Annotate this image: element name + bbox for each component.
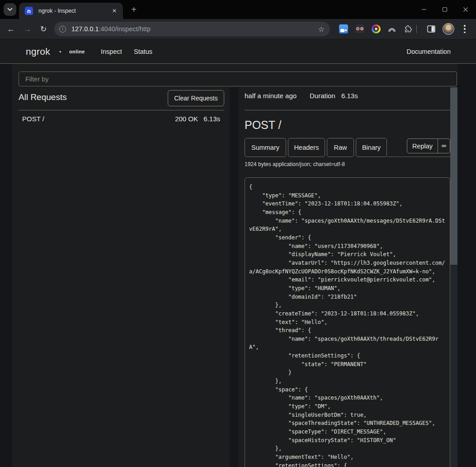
detail-tabs: Summary Headers Raw Binary: [245, 138, 387, 157]
response-body-box: { "type": "MESSAGE", "eventTime": "2023-…: [245, 177, 450, 467]
browser-toolbar: ← → ↻ i 127.0.0.1:4040/inspect/http ☆: [0, 19, 476, 39]
online-status-badge: online: [69, 49, 85, 54]
url-text[interactable]: 127.0.0.1:4040/inspect/http: [71, 25, 318, 33]
requests-title: All Requests: [19, 92, 67, 102]
panel-gutter: [230, 87, 238, 467]
duration-value: 6.13s: [341, 92, 358, 100]
ngrok-header: ngrok • online Inspect Status Documentat…: [0, 39, 476, 64]
bookmark-star-icon[interactable]: ☆: [318, 25, 325, 33]
tab-title: ngrok - Inspect: [38, 8, 110, 14]
request-method-path: POST /: [22, 115, 44, 123]
nav-inspect-link[interactable]: Inspect: [101, 48, 122, 55]
url-path: :4040/inspect/http: [99, 25, 150, 33]
nav-status-link[interactable]: Status: [134, 48, 152, 55]
side-panel-icon[interactable]: [427, 25, 435, 33]
requests-panel: All Requests Clear Requests POST / 200 O…: [19, 87, 224, 467]
tabs-baseline: [387, 157, 450, 157]
replay-button-group: Replay: [407, 138, 450, 153]
request-title: POST /: [245, 119, 282, 132]
request-detail-panel: half a minute ago Duration 6.13s POST / …: [245, 87, 450, 467]
toolbar-separator: [416, 25, 417, 33]
browser-menu-button[interactable]: [463, 24, 467, 34]
time-ago-label: half a minute ago: [245, 92, 297, 100]
extension-windows-icon[interactable]: [339, 24, 348, 33]
maximize-button[interactable]: [434, 3, 455, 16]
replay-button[interactable]: Replay: [407, 138, 438, 153]
json-body[interactable]: { "type": "MESSAGE", "eventTime": "2023-…: [249, 183, 446, 467]
tab-close-icon[interactable]: ✕: [110, 7, 118, 15]
duration-label: Duration: [310, 92, 335, 100]
scrollbar-thumb[interactable]: [450, 87, 457, 265]
documentation-link[interactable]: Documentation: [406, 48, 451, 55]
content-meta: 1924 bytes application/json; charset=utf…: [245, 161, 345, 167]
detail-scrollbar[interactable]: [450, 87, 457, 467]
ngrok-favicon: n: [25, 7, 33, 15]
status-dot-icon: •: [59, 48, 61, 55]
url-host: 127.0.0.1: [71, 25, 99, 33]
close-window-button[interactable]: [455, 3, 476, 16]
filter-input[interactable]: [19, 71, 457, 86]
maximize-icon: [442, 7, 448, 12]
request-duration: 6.13s: [203, 115, 220, 123]
ngrok-inspect-page: ngrok • online Inspect Status Documentat…: [0, 39, 476, 467]
divider: [19, 110, 224, 110]
divider: [245, 110, 450, 110]
tab-summary[interactable]: Summary: [245, 138, 286, 157]
tab-headers[interactable]: Headers: [288, 138, 325, 157]
clear-requests-button[interactable]: Clear Requests: [168, 90, 224, 106]
extension-goggles-icon[interactable]: [355, 24, 364, 33]
address-bar[interactable]: i 127.0.0.1:4040/inspect/http ☆: [54, 22, 330, 36]
reload-button[interactable]: ↻: [38, 19, 49, 39]
tab-raw[interactable]: Raw: [327, 138, 354, 157]
ngrok-logo[interactable]: ngrok: [26, 46, 50, 57]
extension-arc-icon[interactable]: [387, 24, 396, 33]
window-controls: [414, 0, 476, 19]
replay-dropdown-toggle[interactable]: [438, 138, 450, 153]
browser-tab[interactable]: n ngrok - Inspect ✕: [19, 3, 123, 19]
browser-titlebar: n ngrok - Inspect ✕ +: [0, 0, 476, 19]
dash-icon: [442, 145, 446, 147]
back-button[interactable]: ←: [5, 19, 16, 39]
extensions-puzzle-icon[interactable]: [404, 25, 412, 33]
extension-camera-icon[interactable]: [372, 24, 381, 33]
request-status: 200 OK: [175, 115, 198, 123]
minimize-button[interactable]: [414, 3, 434, 16]
browser-window: n ngrok - Inspect ✕ + ← → ↻ i 127.0.0.1:…: [0, 0, 476, 467]
forward-button[interactable]: →: [22, 19, 33, 39]
request-row[interactable]: POST / 200 OK 6.13s: [19, 115, 224, 125]
inspect-content: All Requests Clear Requests POST / 200 O…: [12, 64, 457, 467]
minimize-icon: [421, 7, 427, 12]
chevron-down-icon: [7, 8, 13, 11]
tab-search-button[interactable]: [4, 3, 16, 16]
site-info-icon[interactable]: i: [59, 26, 66, 33]
close-icon: [463, 7, 468, 12]
tab-binary[interactable]: Binary: [356, 138, 387, 157]
profile-avatar[interactable]: [443, 23, 454, 35]
new-tab-button[interactable]: +: [128, 4, 139, 15]
